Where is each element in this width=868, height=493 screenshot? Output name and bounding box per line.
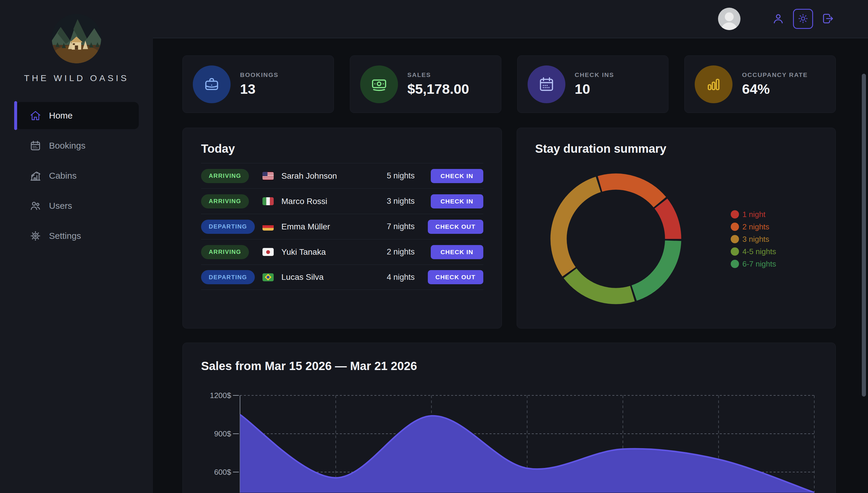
stay-duration-donut-chart xyxy=(548,171,684,307)
sidebar-item-label: Home xyxy=(49,111,73,121)
legend-item: 4-5 nights xyxy=(731,245,776,258)
stat-card-bookings: BOOKINGS 13 xyxy=(182,56,334,113)
legend-dot xyxy=(731,210,739,218)
calendar-icon xyxy=(29,140,41,152)
gear-icon xyxy=(29,230,41,242)
status-badge: DEPARTING xyxy=(201,220,255,234)
stat-card-sales: SALES $5,178.00 xyxy=(350,56,501,113)
sidebar-item-label: Cabins xyxy=(49,171,77,181)
stat-card-occupancy: OCCUPANCY RATE 64% xyxy=(684,56,836,113)
stay-duration-panel: Stay duration summary 1 night 2 nights 3… xyxy=(517,128,836,328)
nights-count: 5 nights xyxy=(370,171,415,180)
svg-text:1200$: 1200$ xyxy=(210,392,231,400)
guest-name: Emma Müller xyxy=(281,222,330,232)
middle-panels: Today ARRIVING Sarah Johnson 5 nights CH… xyxy=(182,128,836,328)
cabin-icon xyxy=(29,170,41,181)
chart-bar-icon xyxy=(695,65,732,103)
check-out-button[interactable]: CHECK OUT xyxy=(428,220,483,234)
app-root: THE WILD OASIS Home Bookings Cabins xyxy=(0,0,868,493)
nights-count: 3 nights xyxy=(370,197,415,206)
top-header xyxy=(153,0,868,38)
today-title: Today xyxy=(201,142,483,155)
stat-card-checkins: CHECK INS 10 xyxy=(517,56,669,113)
stat-label: SALES xyxy=(407,71,469,79)
svg-text:900$: 900$ xyxy=(214,429,231,438)
nights-count: 4 nights xyxy=(370,273,415,282)
sales-area-chart: 1200$900$600$ xyxy=(183,392,836,493)
guest-name: Lucas Silva xyxy=(281,273,324,282)
check-out-button[interactable]: CHECK OUT xyxy=(428,270,483,284)
briefcase-icon xyxy=(193,65,230,103)
logout-button[interactable] xyxy=(820,10,836,27)
legend-item: 3 nights xyxy=(731,233,776,245)
sidebar-item-settings[interactable]: Settings xyxy=(16,222,139,250)
stat-value: 10 xyxy=(575,81,614,97)
user-account-button[interactable] xyxy=(770,10,787,27)
status-badge: DEPARTING xyxy=(201,270,255,284)
check-in-button[interactable]: CHECK IN xyxy=(431,245,483,259)
guest-name: Sarah Johnson xyxy=(281,171,337,181)
sidebar-item-label: Bookings xyxy=(49,141,85,151)
stay-duration-title: Stay duration summary xyxy=(535,142,817,155)
sun-icon xyxy=(798,13,809,25)
stat-cards: BOOKINGS 13 SALES $5,178.00 CHECK INS xyxy=(182,56,836,113)
legend-item: 1 night xyxy=(731,208,776,220)
flag-icon xyxy=(262,273,274,281)
dashboard-content: BOOKINGS 13 SALES $5,178.00 CHECK INS xyxy=(153,38,868,493)
status-badge: ARRIVING xyxy=(201,245,249,259)
sidebar-item-cabins[interactable]: Cabins xyxy=(16,162,139,189)
logout-icon xyxy=(821,12,834,26)
sidebar-nav: Home Bookings Cabins Users xyxy=(0,102,153,252)
check-in-button[interactable]: CHECK IN xyxy=(431,169,483,183)
stat-label: OCCUPANCY RATE xyxy=(742,71,808,79)
users-icon xyxy=(29,200,41,212)
legend-dot xyxy=(731,248,739,256)
sidebar-item-label: Users xyxy=(49,201,72,211)
user-icon xyxy=(772,12,785,26)
flag-icon xyxy=(262,172,274,180)
guest-name: Marco Rossi xyxy=(281,197,327,206)
today-row: ARRIVING Marco Rossi 3 nights CHECK IN xyxy=(201,188,483,214)
sidebar: THE WILD OASIS Home Bookings Cabins xyxy=(0,0,153,493)
wild-oasis-logo xyxy=(50,13,103,65)
stat-value: 64% xyxy=(742,81,808,97)
nights-count: 2 nights xyxy=(370,248,415,257)
sidebar-item-home[interactable]: Home xyxy=(16,102,139,129)
stat-value: $5,178.00 xyxy=(407,81,469,97)
flag-icon xyxy=(262,222,274,231)
status-badge: ARRIVING xyxy=(201,169,249,183)
guest-name: Yuki Tanaka xyxy=(281,248,326,257)
user-avatar[interactable] xyxy=(718,8,741,30)
donut-legend: 1 night 2 nights 3 nights 4-5 nights 6-7… xyxy=(731,208,776,270)
status-badge: ARRIVING xyxy=(201,194,249,209)
today-row: ARRIVING Yuki Tanaka 2 nights CHECK IN xyxy=(201,239,483,264)
stat-value: 13 xyxy=(240,81,278,97)
legend-dot xyxy=(731,222,739,231)
svg-text:600$: 600$ xyxy=(214,468,231,476)
stat-label: BOOKINGS xyxy=(240,71,278,79)
nights-count: 7 nights xyxy=(370,222,415,231)
app-title: THE WILD OASIS xyxy=(24,73,129,83)
calendar-days-icon xyxy=(528,65,565,103)
sidebar-item-label: Settings xyxy=(49,231,81,241)
banknotes-icon xyxy=(360,65,398,103)
today-panel: Today ARRIVING Sarah Johnson 5 nights CH… xyxy=(182,128,502,328)
home-icon xyxy=(29,110,41,122)
page-scrollbar[interactable] xyxy=(862,74,866,396)
check-in-button[interactable]: CHECK IN xyxy=(431,194,483,209)
legend-dot xyxy=(731,260,739,268)
sales-title: Sales from Mar 15 2026 — Mar 21 2026 xyxy=(201,360,817,373)
today-activity-list: ARRIVING Sarah Johnson 5 nights CHECK IN… xyxy=(201,163,483,290)
sidebar-item-bookings[interactable]: Bookings xyxy=(16,132,139,159)
sales-panel: Sales from Mar 15 2026 — Mar 21 2026 120… xyxy=(182,343,836,493)
today-row: DEPARTING Emma Müller 7 nights CHECK OUT xyxy=(201,214,483,239)
legend-item: 2 nights xyxy=(731,220,776,233)
today-row: DEPARTING Lucas Silva 4 nights CHECK OUT xyxy=(201,264,483,290)
today-row: ARRIVING Sarah Johnson 5 nights CHECK IN xyxy=(201,163,483,188)
legend-dot xyxy=(731,235,739,243)
flag-icon xyxy=(262,197,274,205)
flag-icon xyxy=(262,248,274,256)
sidebar-item-users[interactable]: Users xyxy=(16,192,139,219)
legend-item: 6-7 nights xyxy=(731,258,776,270)
dark-mode-toggle-button[interactable] xyxy=(793,9,813,29)
